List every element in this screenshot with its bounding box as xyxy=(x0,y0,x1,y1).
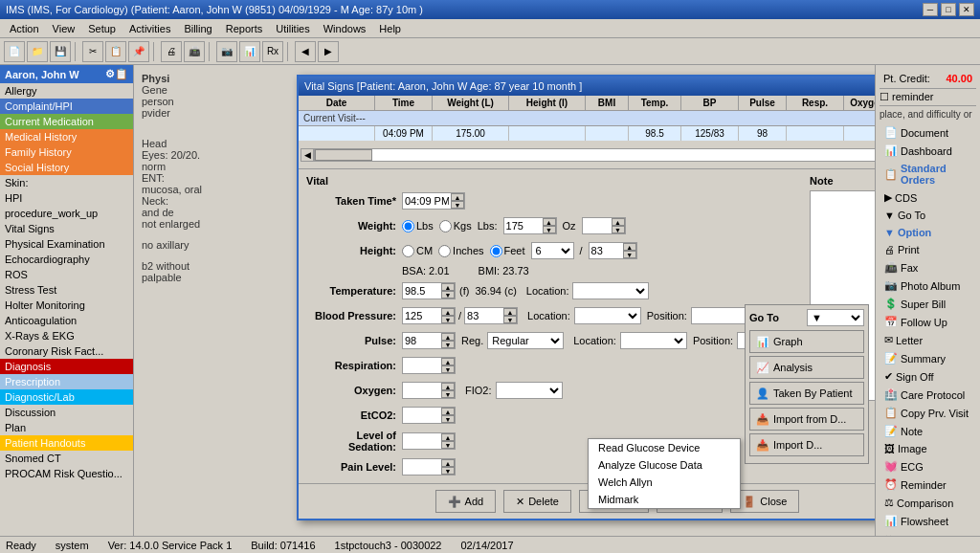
import-d-button[interactable]: 📥 Import from D... xyxy=(749,408,864,431)
height-inches-radio[interactable]: Inches xyxy=(438,245,483,257)
temp-field[interactable] xyxy=(403,283,441,299)
sedation-field[interactable] xyxy=(403,433,441,449)
nav-reminder[interactable]: ⏰ Reminder xyxy=(880,476,976,494)
bp-diastolic-field[interactable] xyxy=(465,308,503,323)
menu-activities[interactable]: Activities xyxy=(123,21,176,36)
close-button[interactable]: ✕ xyxy=(959,3,974,16)
ctx-welch-allyn[interactable]: Welch Allyn xyxy=(589,474,740,491)
pain-spin-down[interactable]: ▼ xyxy=(441,467,455,475)
weight-lbs-field[interactable] xyxy=(504,218,543,233)
cut-btn[interactable]: ✂ xyxy=(82,41,103,62)
ctx-midmark[interactable]: Midmark xyxy=(589,491,740,508)
sidebar-item-prescription[interactable]: Prescription xyxy=(0,374,133,389)
menu-utilities[interactable]: Utilities xyxy=(270,21,315,36)
nav-dashboard[interactable]: 📊 Dashboard xyxy=(880,142,976,160)
visit-row[interactable]: 04:09 PM 175.00 98.5 125/83 98 xyxy=(299,126,875,141)
sidebar-item-hpi[interactable]: HPI xyxy=(0,190,133,206)
bp-location-select[interactable] xyxy=(574,307,641,324)
pulse-location-select[interactable] xyxy=(620,332,687,349)
nav-note[interactable]: 📝 Note xyxy=(880,422,976,440)
copy-btn[interactable]: 📋 xyxy=(105,41,126,62)
nav-image[interactable]: 🖼 Image xyxy=(880,440,976,457)
horizontal-scroll[interactable]: ◀ ▶ xyxy=(299,141,875,169)
weight-lbs-input[interactable]: ▲ ▼ xyxy=(503,217,557,234)
ctx-read-glucose[interactable]: Read Glucose Device xyxy=(589,439,740,456)
goto-dropdown[interactable]: ▼ xyxy=(807,309,864,326)
menu-windows[interactable]: Windows xyxy=(318,21,372,36)
sidebar-item-medication[interactable]: Current Medication xyxy=(0,114,133,129)
nav-option[interactable]: ▼ Option xyxy=(880,224,976,241)
sidebar-item-anticoag[interactable]: Anticoagulation xyxy=(0,313,133,328)
print-btn[interactable]: 🖨 xyxy=(161,41,182,62)
nav-sign-off[interactable]: ✔ Sign Off xyxy=(880,367,976,386)
save-toolbar-btn[interactable]: 💾 xyxy=(50,41,71,62)
add-button[interactable]: ➕ Add xyxy=(435,490,497,513)
height-spin-up[interactable]: ▲ xyxy=(623,243,636,251)
pain-field[interactable] xyxy=(403,459,441,475)
sidebar-item-procam[interactable]: PROCAM Risk Questio... xyxy=(0,466,133,481)
sidebar-scroll-area[interactable]: Allergy Complaint/HPI Current Medication… xyxy=(0,83,133,548)
sidebar-item-coronary[interactable]: Coronary Risk Fact... xyxy=(0,343,133,359)
etco2-field[interactable] xyxy=(403,408,441,423)
bp-sys-down[interactable]: ▼ xyxy=(441,316,455,323)
oxy-spin-up[interactable]: ▲ xyxy=(441,383,455,390)
sidebar-item-procedure[interactable]: procedure_work_up xyxy=(0,206,133,221)
nav-goto[interactable]: ▼ Go To xyxy=(880,207,976,224)
import-d2-button[interactable]: 📥 Import D... xyxy=(749,433,864,456)
sidebar-item-patient-handouts[interactable]: Patient Handouts xyxy=(0,435,133,451)
resp-spin-up[interactable]: ▲ xyxy=(441,358,455,365)
sidebar-item-social-history[interactable]: Social History xyxy=(0,160,133,175)
sed-spin-down[interactable]: ▼ xyxy=(441,441,455,449)
pulse-spin-up[interactable]: ▲ xyxy=(441,333,455,341)
sidebar-item-complaint[interactable]: Complaint/HPI xyxy=(0,99,133,114)
back-btn[interactable]: ◀ xyxy=(295,41,316,62)
bp-diastolic-input[interactable]: ▲ ▼ xyxy=(464,307,518,324)
taken-by-patient-button[interactable]: 👤 Taken By Patient xyxy=(749,382,864,405)
menu-help[interactable]: Help xyxy=(373,21,407,36)
weight-spin-down[interactable]: ▼ xyxy=(543,226,556,233)
resp-field[interactable] xyxy=(403,358,441,373)
sidebar-item-skin[interactable]: Skin: xyxy=(0,175,133,190)
oz-spin-down[interactable]: ▼ xyxy=(612,226,625,233)
chart-btn[interactable]: 📊 xyxy=(239,41,260,62)
nav-print[interactable]: 🖨 Print xyxy=(880,241,976,258)
nav-ecg[interactable]: 💓 ECG xyxy=(880,457,976,476)
minimize-button[interactable]: ─ xyxy=(923,3,938,16)
sidebar-item-holter[interactable]: Holter Monitoring xyxy=(0,298,133,313)
pain-spin-up[interactable]: ▲ xyxy=(441,459,455,467)
pulse-input[interactable]: ▲ ▼ xyxy=(402,332,456,349)
resp-input[interactable]: ▲ ▼ xyxy=(402,357,456,374)
bp-systolic-field[interactable] xyxy=(403,308,441,323)
height-inches-field[interactable] xyxy=(590,243,623,258)
temp-spin-down[interactable]: ▼ xyxy=(441,291,455,299)
pain-input[interactable]: ▲ ▼ xyxy=(402,458,456,476)
oxygen-field[interactable] xyxy=(403,383,441,398)
graph-button[interactable]: 📊 Graph xyxy=(749,330,864,353)
nav-follow-up[interactable]: 📅 Follow Up xyxy=(880,313,976,331)
rx-btn[interactable]: Rx xyxy=(262,41,283,62)
maximize-button[interactable]: □ xyxy=(941,3,956,16)
sidebar-item-diagnosis[interactable]: Diagnosis xyxy=(0,359,133,374)
sidebar-item-discussion[interactable]: Discussion xyxy=(0,405,133,420)
paste-btn[interactable]: 📌 xyxy=(128,41,149,62)
forward-btn[interactable]: ▶ xyxy=(318,41,339,62)
menu-setup[interactable]: Setup xyxy=(82,21,122,36)
scroll-left-btn[interactable]: ◀ xyxy=(301,148,314,162)
oz-spin-up[interactable]: ▲ xyxy=(612,218,625,226)
sed-spin-up[interactable]: ▲ xyxy=(441,433,455,441)
resp-spin-down[interactable]: ▼ xyxy=(441,365,455,373)
spin-up[interactable]: ▲ xyxy=(451,193,464,201)
height-inches-input[interactable]: ▲ ▼ xyxy=(589,242,637,259)
nav-care-protocol[interactable]: 🏥 Care Protocol xyxy=(880,386,976,404)
sidebar-item-medical-history[interactable]: Medical History xyxy=(0,129,133,144)
delete-button[interactable]: ✕ Delete xyxy=(503,490,571,513)
sidebar-item-ros[interactable]: ROS xyxy=(0,267,133,282)
weight-lbs-radio[interactable]: Lbs xyxy=(402,220,434,232)
sidebar-item-echo[interactable]: Echocardiography xyxy=(0,252,133,267)
nav-letter[interactable]: ✉ Letter xyxy=(880,331,976,349)
sidebar-item-xray[interactable]: X-Rays & EKG xyxy=(0,328,133,343)
menu-billing[interactable]: Billing xyxy=(178,21,217,36)
weight-spin-up[interactable]: ▲ xyxy=(543,218,556,226)
close-modal-button[interactable]: 🚪 Close xyxy=(730,490,799,513)
sidebar-item-family-history[interactable]: Family History xyxy=(0,144,133,160)
